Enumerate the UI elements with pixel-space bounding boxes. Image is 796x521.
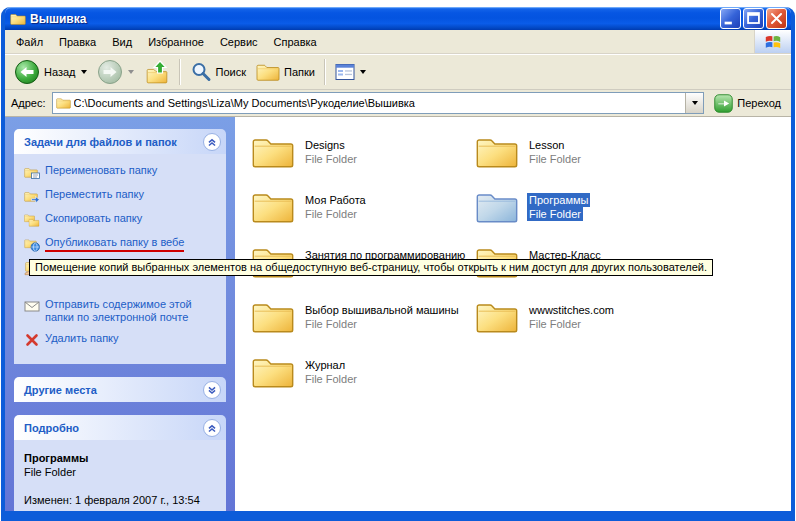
folder-icon [475, 300, 519, 334]
up-button[interactable] [139, 58, 175, 86]
panel-details: Подробно Программы File Folder Изменен: … [14, 415, 226, 511]
copy-folder-icon [24, 212, 40, 228]
folder-icon [251, 190, 295, 224]
search-button[interactable]: Поиск [185, 59, 251, 85]
file-name: Программы [527, 193, 590, 207]
menu-item-view[interactable]: Вид [104, 33, 140, 51]
panel-file-tasks: Задачи для файлов и папок Пер [14, 129, 226, 364]
minimize-button[interactable] [720, 8, 741, 29]
panel-header-details[interactable]: Подробно [14, 415, 226, 440]
rename-folder-icon [24, 164, 40, 180]
details-body: Программы File Folder Изменен: 1 февраля… [14, 440, 226, 511]
collapse-button[interactable] [203, 419, 221, 437]
task-label: Отправить содержимое этой папки по элект… [45, 298, 222, 324]
file-tile[interactable]: DesignsFile Folder [251, 129, 475, 175]
up-folder-icon [144, 60, 170, 84]
file-tile-selected[interactable]: ПрограммыFile Folder [475, 184, 791, 230]
file-type: File Folder [303, 207, 359, 221]
details-name: Программы [24, 452, 220, 464]
tooltip: Помещение копий выбранных элементов на о… [29, 259, 713, 276]
menu-item-favorites[interactable]: Избранное [140, 33, 212, 51]
folders-icon [256, 62, 280, 82]
collapse-button[interactable] [203, 133, 221, 151]
forward-button[interactable] [92, 57, 139, 87]
address-input[interactable] [71, 97, 686, 109]
chevron-down-icon [692, 101, 698, 105]
views-dropdown-caret[interactable] [360, 70, 366, 74]
back-button[interactable]: Назад [9, 57, 92, 87]
folder-icon [251, 355, 295, 389]
file-tile[interactable]: ЖурналFile Folder [251, 349, 475, 395]
task-delete-folder[interactable]: Удалить папку [24, 332, 222, 348]
forward-icon [97, 59, 123, 85]
file-list-area[interactable]: DesignsFile Folder LessonFile Folder Моя… [235, 117, 791, 511]
task-publish-folder-web[interactable]: Опубликовать папку в вебе [24, 236, 222, 252]
maximize-button[interactable] [743, 8, 764, 29]
file-type: File Folder [527, 207, 583, 221]
task-label: Опубликовать папку в вебе [45, 236, 184, 252]
details-modified: Изменен: 1 февраля 2007 г., 13:54 [24, 494, 220, 506]
views-button[interactable] [330, 60, 371, 84]
folder-icon [251, 135, 295, 169]
menu-item-file[interactable]: Файл [8, 33, 51, 51]
chevron-down-icon [205, 383, 219, 397]
back-icon [14, 59, 40, 85]
window-folder-icon [10, 12, 26, 26]
panel-header-other-places[interactable]: Другие места [14, 377, 226, 402]
task-move-folder[interactable]: Переместить папку [24, 188, 222, 204]
move-folder-icon [24, 188, 40, 204]
task-label: Удалить папку [45, 332, 119, 345]
window-title: Вышивка [30, 12, 716, 26]
back-dropdown-caret[interactable] [81, 70, 87, 74]
screenshot-page: Вышивка Файл Правка Вид Избранное Сервис… [0, 0, 796, 521]
folder-icon [251, 300, 295, 334]
task-label: Скопировать папку [45, 212, 142, 225]
folder-icon [475, 190, 519, 224]
file-type: File Folder [303, 152, 359, 166]
file-tile[interactable]: Выбор вышивальной машиныFile Folder [251, 294, 475, 340]
file-type: File Folder [303, 372, 359, 386]
file-tile[interactable]: wwwstitches.comFile Folder [475, 294, 791, 340]
main-area: Задачи для файлов и папок Пер [5, 117, 791, 511]
panel-title: Другие места [24, 384, 97, 396]
file-tile[interactable]: Моя РаботаFile Folder [251, 184, 475, 230]
toolbar-separator [324, 59, 326, 85]
task-rename-folder[interactable]: Переименовать папку [24, 164, 222, 180]
details-type: File Folder [24, 466, 220, 478]
folders-button[interactable]: Папки [251, 60, 320, 84]
minimize-icon [721, 9, 740, 28]
email-folder-icon [24, 298, 40, 314]
folder-icon [475, 135, 519, 169]
panel-title: Задачи для файлов и папок [24, 136, 177, 148]
address-label: Адрес: [11, 97, 46, 109]
address-dropdown-button[interactable] [685, 93, 703, 113]
menu-bar: Файл Правка Вид Избранное Сервис Справка [5, 30, 791, 54]
forward-dropdown-caret[interactable] [128, 70, 134, 74]
task-label: Переименовать папку [45, 164, 157, 177]
menu-item-tools[interactable]: Сервис [212, 33, 266, 51]
file-type: File Folder [527, 152, 583, 166]
menu-item-help[interactable]: Справка [266, 33, 325, 51]
toolbar: Назад [5, 54, 791, 90]
folders-label: Папки [284, 66, 315, 78]
search-icon [190, 61, 212, 83]
file-name: wwwstitches.com [527, 303, 616, 317]
expand-button[interactable] [203, 381, 221, 399]
go-arrow-icon [714, 94, 733, 113]
sidebar: Задачи для файлов и папок Пер [5, 117, 235, 511]
close-button[interactable] [766, 8, 787, 29]
address-combobox[interactable] [52, 92, 705, 114]
menu-item-edit[interactable]: Правка [51, 33, 104, 51]
file-name: Выбор вышивальной машины [303, 303, 461, 317]
file-name: Моя Работа [303, 193, 368, 207]
panel-header-file-tasks[interactable]: Задачи для файлов и папок [14, 129, 226, 154]
task-copy-folder[interactable]: Скопировать папку [24, 212, 222, 228]
file-name: Lesson [527, 138, 566, 152]
maximize-icon [744, 9, 763, 28]
chevron-up-icon [205, 135, 219, 149]
title-bar[interactable]: Вышивка [5, 7, 791, 30]
task-email-folder[interactable]: Отправить содержимое этой папки по элект… [24, 298, 222, 324]
go-button[interactable]: Переход [710, 94, 785, 113]
task-label: Переместить папку [45, 188, 144, 201]
file-tile[interactable]: LessonFile Folder [475, 129, 791, 175]
